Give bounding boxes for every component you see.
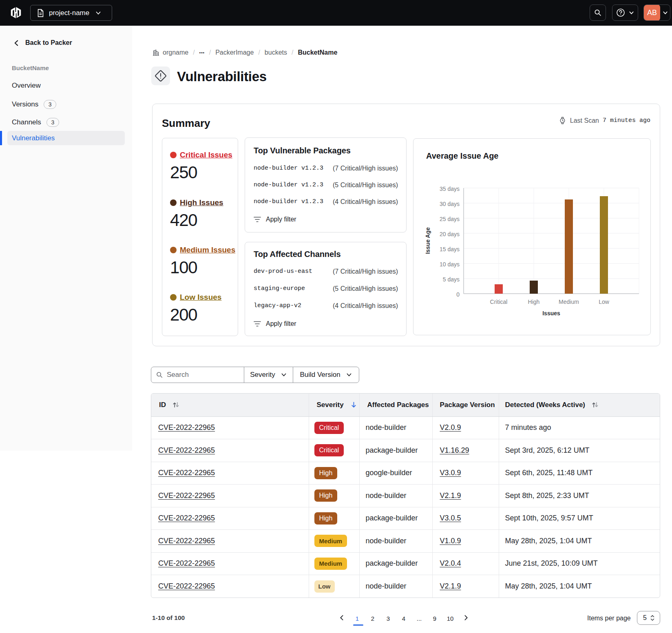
svg-text:0: 0 — [456, 291, 460, 298]
svg-text:Low: Low — [599, 299, 610, 305]
svg-text:35 days: 35 days — [440, 186, 460, 192]
svg-text:10 days: 10 days — [440, 261, 460, 268]
svg-text:Issues: Issues — [542, 310, 560, 316]
svg-text:High: High — [528, 299, 540, 305]
svg-text:30 days: 30 days — [440, 201, 460, 207]
svg-text:5 days: 5 days — [443, 276, 460, 283]
svg-text:20 days: 20 days — [440, 231, 460, 237]
svg-text:Critical: Critical — [490, 299, 508, 305]
svg-text:15 days: 15 days — [440, 246, 460, 252]
svg-text:Issue Age: Issue Age — [424, 227, 431, 254]
svg-text:25 days: 25 days — [440, 216, 460, 222]
svg-text:Medium: Medium — [559, 299, 579, 305]
